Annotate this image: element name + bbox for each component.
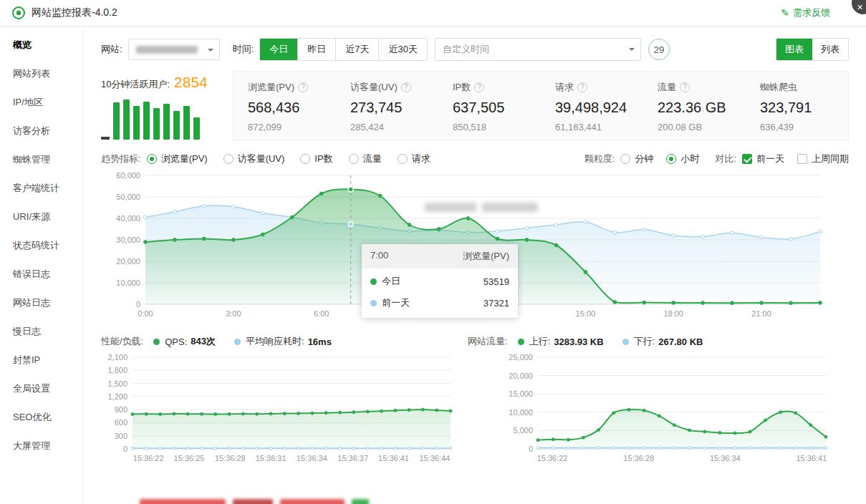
svg-text:5,000: 5,000 — [513, 426, 533, 435]
metric-radio-label: IP数 — [314, 152, 332, 165]
feedback-link[interactable]: 需求反馈 — [781, 6, 830, 19]
help-icon[interactable] — [298, 82, 308, 92]
sidebar-item-error-log[interactable]: 错误日志 — [0, 260, 83, 289]
stat-sub-value: 200.08 GB — [658, 122, 746, 132]
stat-label: 浏览量(PV) — [248, 81, 294, 94]
compare-checkbox-last-week[interactable]: 上周同期 — [797, 152, 849, 165]
radio-icon — [223, 154, 234, 164]
tooltip-row-today: 今日 53519 — [362, 268, 518, 290]
time-button-today[interactable]: 今日 — [260, 39, 297, 60]
traffic-chart[interactable]: 05,00010,00015,00020,00025,00015:36:2215… — [504, 352, 833, 467]
sidebar-item-spider-management[interactable]: 蜘蛛管理 — [0, 145, 83, 174]
stat-card-traffic: 流量 223.36 GB 200.08 GB — [643, 81, 746, 132]
custom-time-select[interactable]: 自定义时间 — [435, 38, 641, 61]
series-dot-today — [370, 278, 377, 285]
sidebar-item-global-settings[interactable]: 全局设置 — [0, 374, 83, 403]
sidebar-item-client-stats[interactable]: 客户端统计 — [0, 174, 83, 203]
bottom-charts: 03006009001,2001,5001,8002,10015:36:2215… — [101, 352, 849, 467]
metric-radio-ip[interactable]: IP数 — [300, 152, 332, 165]
granularity-radio-minute[interactable]: 分钟 — [620, 152, 653, 165]
checkbox-icon — [797, 154, 807, 164]
metric-radio-uv[interactable]: 访客量(UV) — [223, 152, 285, 165]
time-label: 时间: — [233, 43, 254, 56]
sidebar-item-seo-optimization[interactable]: SEO优化 — [0, 403, 83, 432]
perf-label: 性能/负载: — [101, 335, 143, 348]
tooltip-row-previous-day: 前一天 37321 — [362, 290, 518, 318]
compare-checkbox-previous-day[interactable]: 前一天 — [742, 152, 784, 165]
sidebar-item-visitor-analysis[interactable]: 访客分析 — [0, 117, 83, 145]
time-range-group: 今日 昨日 近7天 近30天 — [259, 38, 428, 61]
svg-text:900: 900 — [115, 405, 128, 414]
site-select[interactable] — [128, 39, 220, 60]
sidebar-item-status-code-stats[interactable]: 状态码统计 — [0, 231, 83, 260]
stat-sub-value: 872,099 — [248, 122, 336, 132]
compare-label: 对比: — [715, 152, 736, 165]
svg-text:20,000: 20,000 — [509, 372, 533, 380]
sidebar-item-slow-log[interactable]: 慢日志 — [0, 317, 83, 346]
svg-text:0: 0 — [136, 300, 140, 309]
trend-controls: 趋势指标: 浏览量(PV) 访客量(UV) IP数 流量 请求 颗粒度: 分钟 … — [101, 152, 849, 165]
time-button-yesterday[interactable]: 昨日 — [297, 39, 335, 60]
performance-chart[interactable]: 03006009001,2001,5001,8002,10015:36:2215… — [101, 352, 459, 467]
radio-icon — [666, 154, 676, 164]
feedback-label: 需求反馈 — [793, 6, 830, 19]
svg-text:15:36:28: 15:36:28 — [215, 454, 246, 462]
stat-value: 637,505 — [453, 100, 541, 116]
series-dot-previous-day — [370, 300, 377, 306]
upstream-legend: 上行: 3283.93 KB — [518, 335, 604, 348]
feedback-icon — [781, 7, 789, 19]
sidebar-item-site-list[interactable]: 网站列表 — [0, 59, 83, 88]
stat-card-ip: IP数 637,505 850,518 — [438, 81, 541, 132]
stat-label: 请求 — [555, 81, 574, 94]
stat-label: 蜘蛛爬虫 — [760, 81, 797, 94]
svg-text:1,800: 1,800 — [107, 366, 128, 374]
help-icon[interactable] — [401, 82, 411, 92]
sidebar: 概览 网站列表 IP/地区 访客分析 蜘蛛管理 客户端统计 URI/来源 状态码… — [0, 26, 84, 504]
time-button-30days[interactable]: 近30天 — [378, 39, 426, 60]
active-users-panel: 10分钟活跃用户: 2854 — [101, 71, 224, 141]
stats-row: 10分钟活跃用户: 2854 浏览量(PV) 568,436 872,099 访… — [101, 71, 849, 141]
sidebar-item-banned-ip[interactable]: 封禁IP — [0, 346, 83, 374]
footer-promo-cropped[interactable] — [140, 498, 369, 504]
svg-text:0: 0 — [123, 445, 128, 453]
sidebar-item-big-screen[interactable]: 大屏管理 — [0, 432, 83, 460]
app-logo-icon — [11, 6, 26, 20]
refresh-countdown[interactable]: 29 — [648, 39, 670, 60]
view-button-chart[interactable]: 图表 — [776, 39, 812, 60]
sidebar-item-uri-source[interactable]: URI/来源 — [0, 203, 83, 231]
stat-card-pv: 浏览量(PV) 568,436 872,099 — [234, 81, 336, 132]
metric-radio-label: 请求 — [412, 152, 430, 165]
svg-text:0: 0 — [529, 445, 533, 453]
svg-text:15:36:34: 15:36:34 — [710, 454, 741, 462]
svg-text:21:00: 21:00 — [751, 309, 771, 318]
app-title: 网站监控报表-4.0.2 — [32, 6, 117, 19]
svg-text:15:36:31: 15:36:31 — [256, 454, 287, 462]
granularity-radio-hour[interactable]: 小时 — [666, 152, 699, 165]
metric-radio-pv[interactable]: 浏览量(PV) — [147, 152, 208, 165]
svg-text:18:00: 18:00 — [663, 309, 683, 318]
active-users-value: 2854 — [174, 74, 208, 91]
help-icon[interactable] — [474, 82, 484, 92]
time-button-7days[interactable]: 近7天 — [335, 39, 378, 60]
watermark-redacted — [425, 203, 538, 212]
sidebar-item-site-log[interactable]: 网站日志 — [0, 289, 83, 317]
qps-legend: QPS: 843次 — [153, 335, 216, 348]
stat-sub-value: 850,518 — [453, 122, 541, 132]
svg-text:6:00: 6:00 — [314, 309, 329, 318]
view-button-list[interactable]: 列表 — [812, 39, 848, 60]
help-icon[interactable] — [577, 82, 587, 92]
chevron-down-icon — [208, 49, 213, 54]
stat-value: 568,436 — [248, 100, 336, 116]
svg-text:30,000: 30,000 — [116, 236, 140, 244]
granularity-radio-label: 小时 — [680, 152, 699, 165]
metric-radio-requests[interactable]: 请求 — [398, 152, 430, 165]
metric-radio-label: 流量 — [363, 152, 382, 165]
sidebar-item-ip-region[interactable]: IP/地区 — [0, 88, 83, 117]
help-icon[interactable] — [680, 82, 690, 92]
stat-sub-value: 636,439 — [760, 122, 848, 132]
svg-text:0:00: 0:00 — [138, 309, 153, 318]
svg-text:25,000: 25,000 — [509, 353, 533, 362]
sidebar-item-overview[interactable]: 概览 — [0, 31, 83, 59]
metric-radio-traffic[interactable]: 流量 — [349, 152, 382, 165]
site-label: 网站: — [101, 43, 122, 56]
